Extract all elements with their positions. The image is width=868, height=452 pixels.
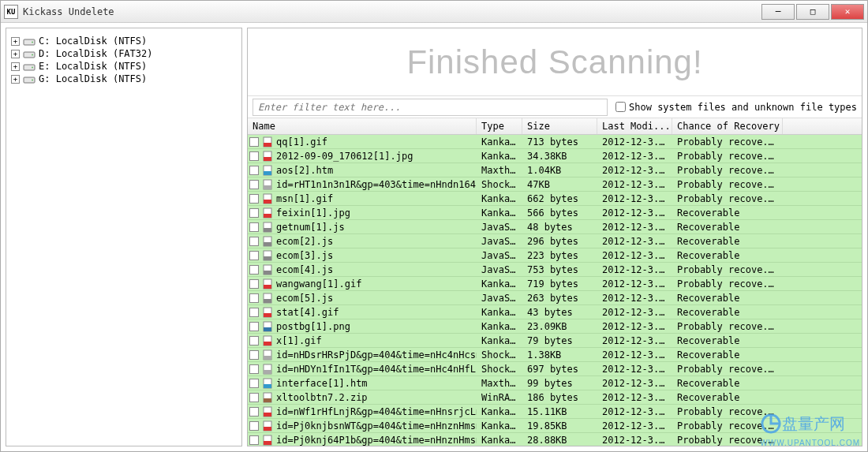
row-checkbox[interactable]: [249, 180, 259, 189]
svg-rect-11: [264, 157, 271, 161]
col-type-header[interactable]: Type: [477, 118, 522, 134]
row-checkbox[interactable]: [249, 322, 259, 331]
row-checkbox[interactable]: [249, 279, 259, 289]
file-size: 296 bytes: [522, 236, 597, 247]
file-icon: [262, 364, 273, 375]
file-recovery: Probably recove...: [672, 179, 783, 190]
row-checkbox[interactable]: [249, 137, 259, 147]
row-checkbox[interactable]: [249, 435, 259, 445]
file-name: id=Pj0knjbsnWT&gp=404&time=nHnznHmsnjRs.…: [276, 420, 477, 431]
row-checkbox[interactable]: [249, 251, 259, 260]
row-checkbox[interactable]: [249, 393, 259, 402]
file-modified: 2012-12-3...: [597, 349, 672, 360]
file-type: Maxth...: [477, 165, 522, 176]
filter-input[interactable]: [253, 99, 608, 116]
file-recovery: Probably recove...: [672, 264, 783, 275]
drive-item[interactable]: +G: LocalDisk (NTFS): [9, 73, 238, 85]
table-row[interactable]: interface[1].htmMaxth...99 bytes2012-12-…: [248, 376, 862, 390]
file-icon: [262, 222, 273, 233]
drive-item[interactable]: +D: LocalDisk (FAT32): [9, 47, 238, 60]
table-row[interactable]: postbg[1].pngKanka...23.09KB2012-12-3...…: [248, 319, 862, 334]
table-row[interactable]: ecom[2].jsJavaS...296 bytes2012-12-3...R…: [248, 234, 862, 248]
col-recovery-header[interactable]: Chance of Recovery: [672, 118, 783, 134]
table-row[interactable]: id=nHDsrHRsPjD&gp=404&time=nHc4nHcsnWD4.…: [248, 348, 862, 362]
table-row[interactable]: ecom[4].jsJavaS...753 bytes2012-12-3...P…: [248, 263, 862, 277]
table-row[interactable]: aos[2].htmMaxth...1.04KB2012-12-3...Prob…: [248, 163, 862, 177]
drive-item[interactable]: +E: LocalDisk (NTFS): [9, 60, 238, 73]
table-row[interactable]: feixin[1].jpgKanka...566 bytes2012-12-3.…: [248, 206, 862, 220]
table-header: Name Type Size Last Modi... Chance of Re…: [248, 118, 862, 135]
col-size-header[interactable]: Size: [522, 118, 597, 134]
table-row[interactable]: id=nWf1rHfLnjR&gp=404&time=nHnsrjcLn1Dz.…: [248, 405, 862, 419]
file-recovery: Probably recove...: [672, 165, 783, 176]
row-checkbox[interactable]: [249, 336, 259, 346]
row-checkbox[interactable]: [249, 151, 259, 161]
expand-icon[interactable]: +: [11, 75, 20, 84]
expand-icon[interactable]: +: [11, 62, 20, 71]
file-type: Kanka...: [477, 420, 522, 431]
row-checkbox[interactable]: [249, 293, 259, 303]
table-row[interactable]: qq[1].gifKanka...713 bytes2012-12-3...Pr…: [248, 135, 862, 149]
table-row[interactable]: 2012-09-09_170612[1].jpgKanka...34.38KB2…: [248, 149, 862, 163]
table-row[interactable]: wangwang[1].gifKanka...719 bytes2012-12-…: [248, 277, 862, 291]
table-row[interactable]: id=Pj0knjbsnWT&gp=404&time=nHnznHmsnjRs.…: [248, 419, 862, 433]
file-icon: [262, 207, 273, 219]
row-checkbox[interactable]: [249, 222, 259, 232]
show-system-toggle[interactable]: Show system files and unknown file types: [615, 102, 857, 113]
file-icon: [262, 179, 273, 190]
row-checkbox[interactable]: [249, 379, 259, 388]
titlebar[interactable]: KU Kickass Undelete ─ □ ✕: [1, 1, 867, 23]
drive-label: D: LocalDisk (FAT32): [39, 48, 153, 59]
table-row[interactable]: stat[4].gifKanka...43 bytes2012-12-3...R…: [248, 305, 862, 319]
row-checkbox[interactable]: [249, 208, 259, 218]
file-modified: 2012-12-3...: [597, 193, 672, 204]
file-size: 713 bytes: [522, 136, 597, 148]
col-modified-header[interactable]: Last Modi...: [597, 118, 672, 134]
table-row[interactable]: ecom[3].jsJavaS...223 bytes2012-12-3...R…: [248, 248, 862, 263]
show-system-checkbox[interactable]: [615, 102, 626, 112]
drive-icon: [23, 61, 36, 72]
minimize-button[interactable]: ─: [761, 4, 795, 20]
table-row[interactable]: msn[1].gifKanka...662 bytes2012-12-3...P…: [248, 192, 862, 206]
row-checkbox[interactable]: [249, 265, 259, 275]
table-row[interactable]: id=nHDYn1fIn1T&gp=404&time=nHc4nHfLrHnv.…: [248, 362, 862, 376]
file-modified: 2012-12-3...: [597, 392, 672, 403]
maximize-button[interactable]: □: [796, 4, 829, 20]
file-icon: [262, 250, 273, 261]
row-checkbox[interactable]: [249, 308, 259, 317]
expand-icon[interactable]: +: [11, 50, 20, 58]
table-row[interactable]: x[1].gifKanka...79 bytes2012-12-3...Reco…: [248, 334, 862, 348]
svg-rect-27: [264, 271, 271, 275]
expand-icon[interactable]: +: [11, 37, 20, 46]
file-modified: 2012-12-3...: [597, 435, 672, 446]
table-row[interactable]: ecom[5].jsJavaS...263 bytes2012-12-3...R…: [248, 291, 862, 305]
file-recovery: Recoverable: [672, 307, 783, 318]
file-name: stat[4].gif: [276, 307, 339, 318]
file-name: getnum[1].js: [276, 222, 345, 233]
file-size: 186 bytes: [522, 392, 597, 403]
svg-rect-33: [264, 313, 271, 317]
row-checkbox[interactable]: [249, 421, 259, 431]
col-name-header[interactable]: Name: [248, 118, 477, 134]
row-checkbox[interactable]: [249, 350, 259, 360]
file-table[interactable]: Name Type Size Last Modi... Chance of Re…: [248, 118, 862, 446]
file-modified: 2012-12-3...: [597, 222, 672, 233]
drive-icon: [23, 48, 36, 59]
table-row[interactable]: id=rHT1n1n3n1R&gp=403&time=nHndn164rj6k.…: [248, 177, 862, 192]
file-icon: [262, 236, 273, 247]
close-button[interactable]: ✕: [831, 4, 864, 20]
file-recovery: Probably recove...: [672, 193, 783, 204]
table-row[interactable]: id=Pj0knj64P1b&gp=404&time=nHnznHmsnjf4.…: [248, 433, 862, 446]
row-checkbox[interactable]: [249, 364, 259, 374]
app-window: KU Kickass Undelete ─ □ ✕ +C: LocalDisk …: [0, 0, 868, 452]
drive-item[interactable]: +C: LocalDisk (NTFS): [9, 35, 238, 47]
file-recovery: Probably recove...: [672, 278, 783, 290]
row-checkbox[interactable]: [249, 237, 259, 246]
table-row[interactable]: xltoolbtn7.2.zipWinRA...186 bytes2012-12…: [248, 390, 862, 405]
row-checkbox[interactable]: [249, 194, 259, 204]
row-checkbox[interactable]: [249, 407, 259, 417]
row-checkbox[interactable]: [249, 166, 259, 175]
table-row[interactable]: getnum[1].jsJavaS...48 bytes2012-12-3...…: [248, 220, 862, 234]
file-recovery: Probably recove...: [672, 406, 783, 417]
file-name: x[1].gif: [276, 335, 322, 346]
